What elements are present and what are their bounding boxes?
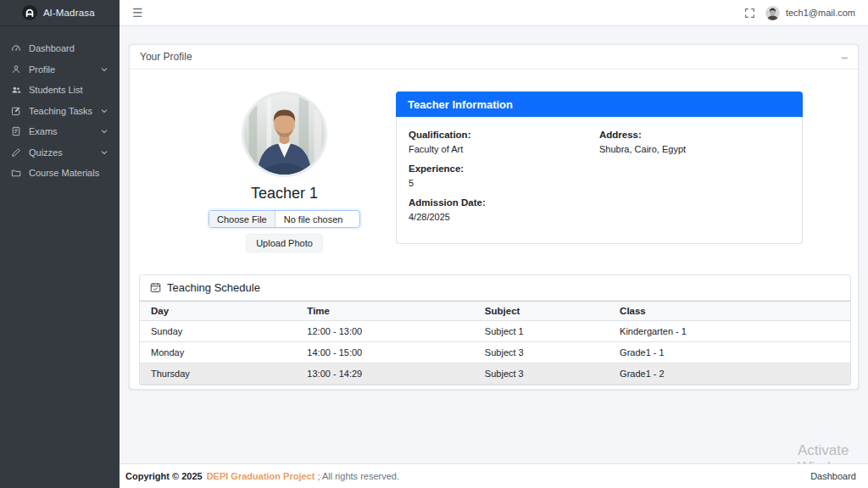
sidebar-item-label: Profile (29, 64, 99, 75)
choose-file-button[interactable]: Choose File (209, 211, 275, 227)
schedule-cell: Thursday (140, 363, 296, 385)
profile-card: Your Profile – (129, 44, 859, 390)
info-field-qualification: Qualification:Faculty of Art (409, 128, 599, 157)
file-status-text: No file chosen (275, 214, 352, 225)
info-field-label: Experience: (409, 162, 599, 176)
schedule-table-header-row: DayTimeSubjectClass (140, 302, 850, 321)
photo-file-input[interactable]: Choose File No file chosen (209, 210, 360, 228)
sidebar: Al-Madrasa DashboardProfileStudents List… (0, 0, 120, 488)
schedule-col-subject: Subject (474, 302, 609, 321)
journal-icon (10, 125, 22, 137)
footer-dashboard-link[interactable]: Dashboard (810, 471, 856, 481)
chevron-down-icon (99, 106, 109, 116)
user-avatar (765, 6, 780, 20)
schedule-col-time: Time (296, 302, 474, 321)
info-field-value: 4/28/2025 (409, 210, 599, 225)
teaching-schedule-title: Teaching Schedule (167, 281, 260, 294)
sidebar-item-label: Teaching Tasks (29, 106, 99, 116)
sidebar-item-profile[interactable]: Profile (5, 59, 114, 80)
sidebar-item-label: Dashboard (29, 43, 109, 53)
info-field-address: Address:Shubra, Cairo, Egypt (599, 128, 790, 157)
sidebar-item-exams[interactable]: Exams (5, 121, 114, 142)
brand[interactable]: Al-Madrasa (0, 0, 120, 26)
schedule-table: DayTimeSubjectClass Sunday12:00 - 13:00S… (140, 301, 850, 385)
schedule-col-day: Day (140, 302, 296, 321)
footer: Copyright © 2025 DEPI Graduation Project… (120, 463, 868, 488)
teacher-name: Teacher 1 (130, 185, 439, 202)
schedule-cell: 13:00 - 14:29 (296, 363, 474, 385)
chevron-down-icon (99, 64, 109, 75)
schedule-col-class: Class (609, 302, 850, 321)
schedule-cell: 14:00 - 15:00 (296, 342, 474, 363)
info-field-experience: Experience:5 (409, 162, 599, 191)
hamburger-menu-icon[interactable]: ☰ (132, 7, 143, 19)
schedule-cell: Grade1 - 2 (609, 363, 850, 385)
profile-card-header: Your Profile – (130, 45, 858, 69)
info-field-label: Address: (599, 128, 790, 142)
schedule-cell: Sunday (140, 321, 296, 342)
pencil-square-icon (10, 105, 22, 117)
schedule-cell: Grade1 - 1 (609, 342, 850, 363)
schedule-row-sunday: Sunday12:00 - 13:00Subject 1Kindergarten… (140, 321, 850, 342)
fullscreen-icon[interactable] (744, 8, 755, 19)
info-field-label: Admission Date: (409, 196, 599, 210)
upload-photo-button[interactable]: Upload Photo (246, 234, 323, 252)
sidebar-item-label: Quizzes (29, 147, 99, 158)
info-column-right: Address:Shubra, Cairo, Egypt (599, 128, 790, 230)
calendar-icon (150, 282, 161, 293)
schedule-cell: Subject 1 (474, 321, 609, 342)
schedule-cell: 12:00 - 13:00 (296, 321, 474, 342)
teacher-info-body: Qualification:Faculty of ArtExperience:5… (396, 117, 803, 244)
user-menu[interactable]: tech1@mail.com (765, 6, 855, 20)
teacher-photo (242, 92, 327, 177)
teaching-schedule-header: Teaching Schedule (140, 275, 850, 301)
folder-icon (10, 167, 22, 179)
chevron-down-icon (99, 126, 109, 136)
app-window: Al-Madrasa DashboardProfileStudents List… (0, 0, 868, 488)
schedule-cell: Monday (140, 342, 296, 363)
people-icon (10, 84, 22, 96)
teaching-schedule-card: Teaching Schedule DayTimeSubjectClass Su… (139, 274, 851, 385)
sidebar-item-label: Course Materials (29, 168, 109, 178)
profile-card-body: Teacher 1 Choose File No file chosen Upl… (130, 69, 858, 389)
sidebar-item-students-list[interactable]: Students List (5, 80, 114, 101)
info-field-value: Faculty of Art (409, 142, 599, 157)
collapse-button[interactable]: – (842, 52, 848, 63)
schedule-cell: Subject 3 (474, 363, 609, 385)
footer-rights: ; All rights reserved. (317, 471, 399, 481)
teacher-info-header: Teacher Information (396, 92, 803, 117)
person-icon (10, 64, 22, 75)
info-field-value: 5 (409, 176, 599, 191)
madrasa-logo-icon (22, 5, 37, 20)
sidebar-item-label: Exams (29, 126, 99, 136)
schedule-cell: Subject 3 (474, 342, 609, 363)
sidebar-item-label: Students List (29, 85, 109, 95)
sidebar-item-teaching-tasks[interactable]: Teaching Tasks (5, 101, 114, 122)
footer-copyright: Copyright © 2025 (125, 471, 203, 481)
footer-project-link[interactable]: DEPI Graduation Project (207, 471, 315, 481)
brand-name: Al-Madrasa (43, 8, 95, 18)
info-column-left: Qualification:Faculty of ArtExperience:5… (409, 128, 599, 230)
speedometer-icon (10, 42, 22, 54)
navbar-right: tech1@mail.com (744, 6, 868, 20)
page-title: Your Profile (140, 51, 192, 63)
sidebar-item-quizzes[interactable]: Quizzes (5, 142, 114, 164)
teacher-info-panel: Teacher Information Qualification:Facult… (396, 92, 803, 244)
schedule-row-monday: Monday14:00 - 15:00Subject 3Grade1 - 1 (140, 342, 850, 363)
sidebar-menu: DashboardProfileStudents ListTeaching Ta… (0, 26, 120, 184)
pencil-icon (10, 147, 22, 158)
info-field-label: Qualification: (409, 128, 599, 142)
top-navbar: ☰ tech1@mail.com (120, 0, 868, 26)
sidebar-item-course-materials[interactable]: Course Materials (5, 163, 114, 184)
info-field-admission-date: Admission Date:4/28/2025 (409, 196, 599, 225)
chevron-down-icon (99, 147, 109, 158)
sidebar-item-dashboard[interactable]: Dashboard (5, 38, 114, 59)
photo-column: Teacher 1 Choose File No file chosen Upl… (130, 69, 439, 252)
schedule-cell: Kindergarten - 1 (609, 321, 850, 342)
info-field-value: Shubra, Cairo, Egypt (599, 142, 790, 157)
schedule-table-body: Sunday12:00 - 13:00Subject 1Kindergarten… (140, 321, 850, 385)
schedule-row-thursday: Thursday13:00 - 14:29Subject 3Grade1 - 2 (140, 363, 850, 385)
user-email: tech1@mail.com (786, 8, 855, 18)
main-content: Your Profile – (120, 26, 868, 463)
